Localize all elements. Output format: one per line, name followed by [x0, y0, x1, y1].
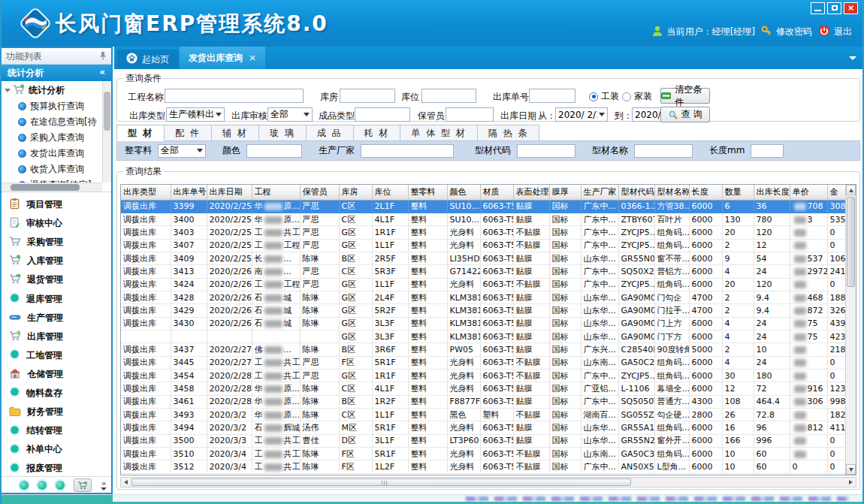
- radio-jiazhuang[interactable]: 家装: [622, 90, 652, 103]
- collapse-icon[interactable]: «: [99, 67, 105, 77]
- table-row[interactable]: 调拨出库34242020/2/26工工程严思G区1L1F整料光身料6063-T5…: [121, 278, 848, 291]
- sidebar-item-warehouse[interactable]: 仓储管理: [2, 365, 111, 384]
- color-input[interactable]: [246, 144, 302, 158]
- sidebar-section-header[interactable]: 统计分析 «: [2, 65, 111, 81]
- tray-circle-icon[interactable]: [20, 481, 29, 490]
- column-header[interactable]: 型材代码: [618, 185, 654, 200]
- sidebar-item-notepad[interactable]: 审核中心: [2, 214, 111, 233]
- column-header[interactable]: 膜厚: [549, 185, 581, 200]
- sidebar-item-cart-return[interactable]: 退货管理: [2, 270, 111, 289]
- column-header[interactable]: 整零料: [408, 185, 447, 200]
- table-row[interactable]: 调拨出库34932020/3/2华原...陈琳C区1L1F整料黑色塑料不贴膜国标…: [121, 409, 848, 421]
- tab-shipping-out-query[interactable]: 发货出库查询×: [180, 47, 265, 69]
- material-tab[interactable]: 单 体 型 材: [400, 125, 477, 141]
- order-no-input[interactable]: [529, 89, 575, 103]
- tabbar-dropdown-icon[interactable]: [849, 56, 856, 60]
- column-header[interactable]: 出库日期: [207, 185, 252, 200]
- out-type-select[interactable]: 生产领料出库: [166, 107, 225, 122]
- sidebar-item-circle[interactable]: 报废管理: [2, 459, 111, 476]
- column-header[interactable]: 长度: [689, 185, 722, 200]
- close-tab-icon[interactable]: ×: [247, 53, 256, 63]
- column-header[interactable]: 单价: [790, 185, 827, 200]
- whole-select[interactable]: 全部: [158, 144, 206, 158]
- scroll-down-button[interactable]: [846, 464, 856, 475]
- minimize-button[interactable]: [811, 2, 825, 14]
- manufacturer-input[interactable]: [361, 144, 454, 158]
- material-tab[interactable]: 耗 材: [354, 125, 401, 141]
- tree-root-statistics[interactable]: 统计分析: [2, 83, 102, 98]
- column-header[interactable]: 库房: [339, 185, 372, 200]
- keeper-input[interactable]: [446, 107, 494, 122]
- vertical-scroll-thumb[interactable]: [847, 197, 855, 287]
- tree-item[interactable]: 收货入库查询: [2, 161, 102, 177]
- column-header[interactable]: 数量: [722, 185, 754, 200]
- table-row[interactable]: 调拨出库34452020/2/27工共工程严思F区5R1F整料光身料6063-T…: [121, 356, 848, 369]
- table-row[interactable]: G区3L3F整料KLM38176063-T5贴膜国标山东华...GA90M09.…: [121, 330, 848, 343]
- table-row[interactable]: 调拨出库34002020/2/25华原...严思C区4L1F整料SU10...6…: [121, 213, 848, 225]
- material-tab[interactable]: 配 件: [165, 125, 212, 141]
- material-tab[interactable]: 型 材: [116, 125, 165, 141]
- table-row[interactable]: 调拨出库34282020/2/26石城陈琳G区2L4F整料KLM38176063…: [121, 291, 848, 303]
- tray-overflow-button[interactable]: »: [101, 480, 107, 490]
- search-button[interactable]: 查 询: [660, 107, 710, 122]
- table-row[interactable]: 调拨出库34582020/2/28华原...陈琳C区4L1F整料光身料6063-…: [121, 382, 848, 395]
- table-row[interactable]: 调拨出库35102020/3/4工共工程陈琳F区5R1F整料光身料6063-T5…: [121, 448, 848, 460]
- column-header[interactable]: 表面处理: [513, 185, 549, 200]
- sidebar-item-cart[interactable]: 采购管理: [2, 233, 111, 252]
- pin-icon[interactable]: [99, 51, 107, 62]
- maximize-button[interactable]: [827, 2, 841, 14]
- sidebar-item-circle[interactable]: 补单中心: [2, 440, 111, 459]
- table-row[interactable]: 调拨出库33992020/2/25华原...严思C区2L1F整料SU10...6…: [121, 200, 848, 213]
- sidebar-item-folder[interactable]: 财务管理: [2, 403, 111, 421]
- sidebar-item-cart-out[interactable]: 出库管理: [2, 327, 111, 346]
- table-row[interactable]: 调拨出库34302020/2/26石城陈琳G区3L3F整料KLM38176063…: [121, 317, 848, 330]
- tray-cart-button[interactable]: [74, 478, 92, 492]
- length-input[interactable]: [751, 144, 784, 158]
- scroll-up-button[interactable]: [846, 185, 856, 195]
- scroll-left-button[interactable]: [121, 478, 131, 487]
- tree-item[interactable]: 预算执行查询: [2, 98, 102, 114]
- warehouse-input[interactable]: [340, 89, 395, 103]
- column-header[interactable]: 颜色: [447, 185, 480, 200]
- column-header[interactable]: 出库单号: [171, 185, 207, 200]
- material-tab[interactable]: 辅 材: [212, 125, 259, 141]
- table-row[interactable]: 调拨出库34072020/2/25工工程严思G区1L1F整料光身料6063-T5…: [121, 239, 848, 252]
- table-row[interactable]: 调拨出库34372020/2/27佛...陈琳B区3R6F整料PW056063-…: [121, 343, 848, 356]
- tree-item[interactable]: 发货出库查询: [2, 146, 102, 161]
- table-row[interactable]: 调拨出库34132020/2/26南...严思C区5R3F整料G71422606…: [121, 265, 848, 278]
- column-header[interactable]: 保管员: [300, 185, 339, 200]
- clear-conditions-button[interactable]: 清空条件: [660, 88, 710, 104]
- logout-button[interactable]: 退出: [818, 25, 852, 39]
- tree-horizontal-scrollbar[interactable]: [2, 183, 102, 192]
- audit-select[interactable]: 全部: [267, 107, 313, 122]
- name-input[interactable]: [634, 144, 693, 158]
- date-from-select[interactable]: 2020/ 2/16: [555, 107, 608, 122]
- material-tab[interactable]: 隔 热 条: [478, 125, 540, 141]
- table-row[interactable]: 调拨出库34092020/2/25长...陈琳B区2R5F整料LI35HD606…: [121, 252, 848, 264]
- column-header[interactable]: 出库类型: [121, 185, 171, 200]
- table-row[interactable]: 调拨出库34612020/2/28华原...陈琳B区1R2F整料F8877FT6…: [121, 395, 848, 408]
- scroll-right-button[interactable]: [846, 478, 856, 487]
- table-row[interactable]: 调拨出库35122020/3/4工共工程陈琳F区1L2F整料光身料6063-T5…: [121, 460, 848, 473]
- table-row[interactable]: 调拨出库34292020/2/26石城陈琳G区5R2F整料KLM38176063…: [121, 304, 848, 317]
- project-name-input[interactable]: [165, 89, 304, 103]
- table-row[interactable]: 调拨出库34032020/2/25工共工程严思G区1R1F整料光身料6063-T…: [121, 226, 848, 239]
- sidebar-item-production[interactable]: 生产管理: [2, 309, 111, 327]
- tree-vertical-scrollbar[interactable]: [102, 81, 111, 183]
- column-header[interactable]: 材质: [480, 185, 513, 200]
- radio-gongzhuang[interactable]: 工装: [589, 90, 619, 103]
- location-input[interactable]: [421, 89, 476, 103]
- material-tab[interactable]: 玻 璃: [259, 125, 307, 141]
- table-row[interactable]: 调拨出库34942020/3/2石辉城汤伟M区5R1F整料光身料6063-T5贴…: [121, 421, 848, 434]
- sidebar-item-cart-in[interactable]: 入库管理: [2, 252, 111, 270]
- horizontal-scroll-thumb[interactable]: [131, 478, 631, 486]
- column-header[interactable]: 库位: [372, 185, 408, 200]
- column-header[interactable]: 生产厂家: [581, 185, 618, 200]
- column-header[interactable]: 工程: [252, 185, 300, 200]
- tray-circle-icon[interactable]: [38, 481, 47, 490]
- product-type-input[interactable]: [355, 107, 410, 122]
- table-row[interactable]: 调拨出库35002020/3/3工共工程曹佳D区3L1F整料LT3P606063…: [121, 434, 848, 447]
- table-horizontal-scrollbar[interactable]: [120, 477, 856, 487]
- tab-home-page[interactable]: 起始页: [117, 50, 178, 69]
- tree-item[interactable]: 采购入库查询: [2, 130, 102, 146]
